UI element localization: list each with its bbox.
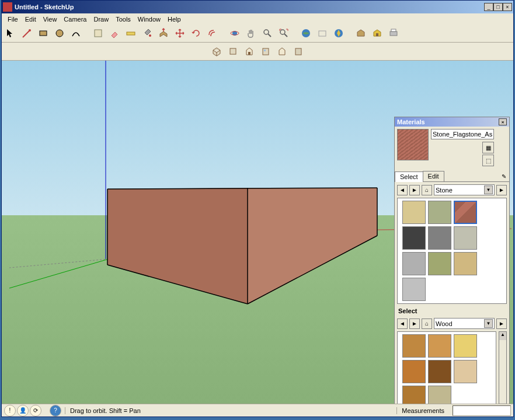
materials-panel: Materials × ▦ ⬚ Select Edit ✎	[394, 117, 510, 415]
nav-home-button-2[interactable]: ⌂	[422, 318, 432, 329]
orbit-tool[interactable]	[227, 26, 242, 41]
menu-help[interactable]: Help	[164, 15, 185, 24]
wood-swatch-5[interactable]	[454, 360, 477, 383]
stone-swatch-4[interactable]	[428, 226, 451, 250]
nav-back-button-2[interactable]: ◄	[397, 318, 408, 329]
maximize-button[interactable]: □	[493, 3, 503, 11]
svg-rect-17	[263, 48, 269, 55]
set-default-button[interactable]: ⬚	[482, 155, 494, 166]
pan-tool[interactable]	[243, 26, 259, 41]
stone-swatch-8[interactable]	[454, 252, 477, 275]
menu-camera[interactable]: Camera	[60, 15, 90, 24]
stone-swatch-7[interactable]	[428, 252, 451, 275]
svg-point-8	[264, 30, 269, 34]
line-tool[interactable]	[19, 26, 34, 41]
print-tool[interactable]	[386, 26, 401, 41]
geo-location-icon[interactable]: !	[4, 405, 16, 416]
rotate-tool[interactable]	[189, 26, 204, 41]
offset-tool[interactable]	[205, 26, 220, 41]
rectangle-tool[interactable]	[36, 26, 51, 41]
details-button[interactable]: ►	[496, 185, 507, 195]
wood-swatch-1[interactable]	[428, 334, 451, 358]
menu-tools[interactable]: Tools	[112, 15, 134, 24]
nav-home-button[interactable]: ⌂	[422, 185, 432, 195]
menu-view[interactable]: View	[40, 15, 61, 24]
svg-rect-15	[230, 48, 236, 54]
nav-forward-button-2[interactable]: ►	[409, 318, 420, 329]
3d-viewport[interactable]: Materials × ▦ ⬚ Select Edit ✎	[2, 61, 513, 404]
wood-swatch-3[interactable]	[402, 360, 426, 383]
get-models-tool[interactable]	[298, 26, 314, 41]
tab-edit[interactable]: Edit	[423, 171, 444, 181]
materials-close-button[interactable]: ×	[499, 118, 507, 125]
paint-bucket-tool[interactable]	[140, 26, 155, 41]
svg-point-0	[29, 29, 31, 32]
extension-warehouse-tool[interactable]	[370, 26, 385, 41]
zoom-extents-tool[interactable]	[276, 26, 291, 41]
stone-swatch-3[interactable]	[402, 226, 426, 250]
stone-swatch-2[interactable]	[454, 201, 477, 224]
top-view-tool[interactable]	[225, 44, 241, 59]
stone-swatch-5[interactable]	[454, 226, 477, 250]
minimize-button[interactable]: _	[484, 3, 493, 11]
push-pull-tool[interactable]	[156, 26, 171, 41]
menu-window[interactable]: Window	[134, 15, 164, 24]
titlebar: Untitled - SketchUp _ □ ×	[2, 1, 513, 13]
close-button[interactable]: ×	[503, 3, 512, 11]
right-view-tool[interactable]	[258, 44, 273, 59]
help-icon[interactable]: ?	[50, 405, 61, 416]
zoom-tool[interactable]	[260, 26, 275, 41]
tape-measure-tool[interactable]	[123, 26, 138, 41]
make-component-tool[interactable]	[91, 26, 106, 41]
wood-swatch-0[interactable]	[402, 334, 426, 358]
tab-select[interactable]: Select	[395, 172, 423, 182]
wood-swatch-4[interactable]	[428, 360, 451, 383]
status-hint: Drag to orbit. Shift = Pan	[65, 407, 395, 414]
materials-panel-title[interactable]: Materials ×	[395, 117, 509, 127]
stone-swatch-6[interactable]	[402, 252, 426, 275]
svg-rect-3	[95, 30, 102, 37]
category-dropdown-wood[interactable]: Wood ▼	[434, 318, 495, 329]
move-tool[interactable]	[172, 26, 187, 41]
warehouse-tool[interactable]	[353, 26, 368, 41]
material-name-input[interactable]	[431, 129, 494, 139]
nav-back-button[interactable]: ◄	[397, 185, 408, 195]
svg-rect-19	[295, 48, 301, 55]
stone-swatch-9[interactable]	[402, 278, 426, 301]
back-view-tool[interactable]	[274, 44, 290, 59]
get-photo-texture-tool[interactable]	[331, 26, 346, 41]
details-button-2[interactable]: ►	[496, 318, 507, 329]
eraser-tool[interactable]	[107, 26, 122, 41]
sample-paint-button[interactable]: ✎	[499, 171, 509, 181]
measurements-input[interactable]	[453, 405, 511, 416]
material-preview[interactable]	[397, 129, 429, 160]
iso-view-tool[interactable]	[209, 44, 224, 59]
category-dropdown-stone[interactable]: Stone ▼	[434, 184, 495, 195]
wood-swatch-2[interactable]	[454, 334, 477, 358]
svg-rect-18	[264, 50, 266, 51]
claim-credit-icon[interactable]: ⟳	[30, 405, 41, 416]
brick-box[interactable]	[107, 188, 377, 304]
arc-tool[interactable]	[68, 26, 83, 41]
left-view-tool[interactable]	[291, 44, 306, 59]
circle-tool[interactable]	[52, 26, 67, 41]
svg-rect-1	[40, 31, 47, 36]
nav-forward-button[interactable]: ►	[409, 185, 420, 195]
front-view-tool[interactable]	[242, 44, 257, 59]
scroll-up-button[interactable]: ▲	[499, 332, 506, 340]
select-tool[interactable]	[3, 26, 18, 41]
menubar: File Edit View Camera Draw Tools Window …	[2, 13, 513, 24]
menu-draw[interactable]: Draw	[90, 15, 112, 24]
material-tabs: Select Edit ✎	[395, 171, 509, 182]
share-model-tool[interactable]	[315, 26, 330, 41]
measurements-label: Measurements	[396, 407, 449, 414]
credits-icon[interactable]: 👤	[17, 405, 29, 416]
menu-edit[interactable]: Edit	[22, 15, 40, 24]
create-material-button[interactable]: ▦	[482, 142, 494, 153]
wood-swatch-grid	[397, 331, 496, 412]
svg-point-5	[149, 34, 151, 37]
category-label-2: Wood	[436, 320, 453, 327]
menu-file[interactable]: File	[4, 15, 22, 24]
stone-swatch-0[interactable]	[402, 201, 426, 224]
stone-swatch-1[interactable]	[428, 201, 451, 224]
